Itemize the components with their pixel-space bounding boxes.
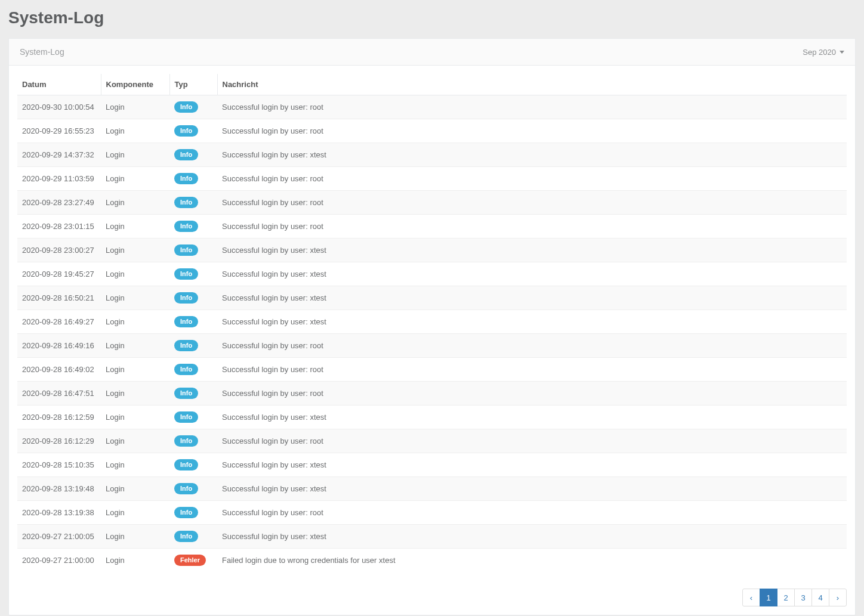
cell-type: Info xyxy=(169,501,217,525)
cell-message: Successful login by user: xtest xyxy=(217,453,847,477)
table-row: 2020-09-28 16:50:21LoginInfoSuccessful l… xyxy=(17,286,847,310)
cell-message: Successful login by user: xtest xyxy=(217,405,847,429)
table-row: 2020-09-28 16:49:27LoginInfoSuccessful l… xyxy=(17,310,847,334)
cell-date: 2020-09-28 16:49:27 xyxy=(17,310,101,334)
cell-message: Successful login by user: xtest xyxy=(217,286,847,310)
status-badge-info: Info xyxy=(174,483,198,494)
cell-date: 2020-09-28 23:27:49 xyxy=(17,191,101,215)
cell-date: 2020-09-29 14:37:32 xyxy=(17,143,101,167)
cell-component: Login xyxy=(101,310,169,334)
table-row: 2020-09-30 10:00:54LoginInfoSuccessful l… xyxy=(17,95,847,119)
cell-type: Info xyxy=(169,262,217,286)
cell-message: Successful login by user: xtest xyxy=(217,239,847,262)
cell-component: Login xyxy=(101,191,169,215)
cell-date: 2020-09-28 16:50:21 xyxy=(17,286,101,310)
panel-body: Datum Komponente Typ Nachricht 2020-09-3… xyxy=(9,66,855,580)
cell-component: Login xyxy=(101,262,169,286)
status-badge-info: Info xyxy=(174,411,198,423)
cell-type: Info xyxy=(169,525,217,549)
status-badge-info: Info xyxy=(174,316,198,327)
table-row: 2020-09-28 16:49:16LoginInfoSuccessful l… xyxy=(17,334,847,358)
pagination-page-3[interactable]: 3 xyxy=(794,589,812,606)
cell-date: 2020-09-28 13:19:48 xyxy=(17,477,101,501)
cell-message: Successful login by user: root xyxy=(217,358,847,382)
cell-type: Info xyxy=(169,310,217,334)
cell-type: Info xyxy=(169,477,217,501)
status-badge-info: Info xyxy=(174,340,198,351)
cell-type: Info xyxy=(169,358,217,382)
cell-message: Successful login by user: xtest xyxy=(217,143,847,167)
cell-date: 2020-09-27 21:00:05 xyxy=(17,525,101,549)
cell-type: Info xyxy=(169,119,217,143)
cell-date: 2020-09-28 15:10:35 xyxy=(17,453,101,477)
cell-component: Login xyxy=(101,286,169,310)
pagination-next[interactable]: › xyxy=(829,589,847,606)
table-row: 2020-09-28 23:27:49LoginInfoSuccessful l… xyxy=(17,191,847,215)
cell-type: Info xyxy=(169,143,217,167)
table-row: 2020-09-28 23:00:27LoginInfoSuccessful l… xyxy=(17,239,847,262)
table-row: 2020-09-28 16:12:59LoginInfoSuccessful l… xyxy=(17,405,847,429)
table-row: 2020-09-28 13:19:38LoginInfoSuccessful l… xyxy=(17,501,847,525)
cell-message: Successful login by user: xtest xyxy=(217,310,847,334)
cell-message: Successful login by user: root xyxy=(217,382,847,405)
table-row: 2020-09-27 21:00:05LoginInfoSuccessful l… xyxy=(17,525,847,549)
cell-component: Login xyxy=(101,405,169,429)
table-row: 2020-09-28 19:45:27LoginInfoSuccessful l… xyxy=(17,262,847,286)
pagination-page-1[interactable]: 1 xyxy=(760,589,777,606)
date-filter[interactable]: Sep 2020 xyxy=(803,48,844,57)
table-row: 2020-09-28 15:10:35LoginInfoSuccessful l… xyxy=(17,453,847,477)
table-row: 2020-09-28 16:12:29LoginInfoSuccessful l… xyxy=(17,429,847,453)
cell-component: Login xyxy=(101,358,169,382)
cell-type: Info xyxy=(169,405,217,429)
status-badge-info: Info xyxy=(174,101,198,113)
cell-message: Successful login by user: root xyxy=(217,215,847,239)
table-row: 2020-09-27 21:00:00LoginFehlerFailed log… xyxy=(17,549,847,572)
cell-component: Login xyxy=(101,382,169,405)
cell-date: 2020-09-28 16:47:51 xyxy=(17,382,101,405)
status-badge-error: Fehler xyxy=(174,555,206,566)
status-badge-info: Info xyxy=(174,268,198,280)
pagination: ‹1234› xyxy=(17,589,847,606)
table-row: 2020-09-29 16:55:23LoginInfoSuccessful l… xyxy=(17,119,847,143)
cell-date: 2020-09-28 19:45:27 xyxy=(17,262,101,286)
status-badge-info: Info xyxy=(174,459,198,470)
cell-message: Successful login by user: root xyxy=(217,191,847,215)
cell-message: Successful login by user: root xyxy=(217,429,847,453)
cell-date: 2020-09-28 23:01:15 xyxy=(17,215,101,239)
status-badge-info: Info xyxy=(174,292,198,304)
table-row: 2020-09-28 16:49:02LoginInfoSuccessful l… xyxy=(17,358,847,382)
cell-type: Info xyxy=(169,95,217,119)
col-header-component[interactable]: Komponente xyxy=(101,74,169,95)
cell-component: Login xyxy=(101,334,169,358)
cell-date: 2020-09-28 16:12:29 xyxy=(17,429,101,453)
pagination-prev[interactable]: ‹ xyxy=(742,589,760,606)
cell-date: 2020-09-28 16:12:59 xyxy=(17,405,101,429)
cell-component: Login xyxy=(101,549,169,572)
table-row: 2020-09-28 23:01:15LoginInfoSuccessful l… xyxy=(17,215,847,239)
cell-component: Login xyxy=(101,453,169,477)
cell-type: Info xyxy=(169,191,217,215)
pagination-page-2[interactable]: 2 xyxy=(777,589,795,606)
col-header-message[interactable]: Nachricht xyxy=(217,74,847,95)
cell-date: 2020-09-28 16:49:16 xyxy=(17,334,101,358)
cell-component: Login xyxy=(101,501,169,525)
cell-type: Info xyxy=(169,167,217,191)
status-badge-info: Info xyxy=(174,244,198,256)
cell-component: Login xyxy=(101,477,169,501)
col-header-date[interactable]: Datum xyxy=(17,74,101,95)
status-badge-info: Info xyxy=(174,149,198,160)
cell-message: Successful login by user: xtest xyxy=(217,525,847,549)
panel-header: System-Log Sep 2020 xyxy=(9,39,855,66)
status-badge-info: Info xyxy=(174,173,198,184)
cell-type: Fehler xyxy=(169,549,217,572)
table-row: 2020-09-28 13:19:48LoginInfoSuccessful l… xyxy=(17,477,847,501)
cell-component: Login xyxy=(101,143,169,167)
status-badge-info: Info xyxy=(174,364,198,375)
pagination-page-4[interactable]: 4 xyxy=(811,589,829,606)
cell-type: Info xyxy=(169,286,217,310)
cell-component: Login xyxy=(101,525,169,549)
col-header-type[interactable]: Typ xyxy=(169,74,217,95)
cell-component: Login xyxy=(101,239,169,262)
cell-date: 2020-09-30 10:00:54 xyxy=(17,95,101,119)
cell-type: Info xyxy=(169,239,217,262)
